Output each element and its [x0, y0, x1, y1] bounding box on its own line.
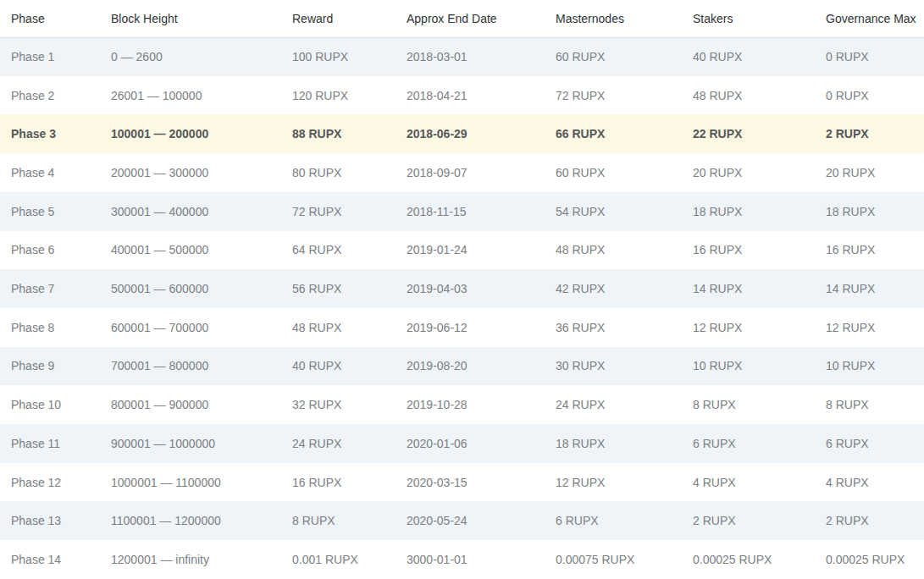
table-row: Phase 121000001 — 110000016 RUPX2020-03-… [0, 463, 924, 502]
cell-phase: Phase 1 [0, 37, 100, 76]
reward-phases-table: Phase Block Height Reward Approx End Dat… [0, 0, 924, 579]
table-row: Phase 10800001 — 90000032 RUPX2019-10-28… [0, 385, 924, 424]
cell-governance-max: 2 RUPX [815, 114, 924, 153]
table-row: Phase 226001 — 100000120 RUPX2018-04-217… [0, 76, 924, 115]
cell-stakers: 20 RUPX [682, 153, 815, 192]
cell-approx-end-date: 2019-10-28 [396, 385, 545, 424]
cell-phase: Phase 11 [0, 424, 100, 463]
cell-phase: Phase 4 [0, 153, 100, 192]
cell-reward: 40 RUPX [281, 347, 396, 386]
cell-stakers: 12 RUPX [682, 308, 815, 347]
table-row: Phase 6400001 — 50000064 RUPX2019-01-244… [0, 231, 924, 270]
cell-reward: 72 RUPX [281, 192, 396, 231]
cell-block-height: 0 — 2600 [100, 37, 281, 76]
cell-approx-end-date: 2018-11-15 [396, 192, 545, 231]
cell-block-height: 600001 — 700000 [100, 308, 281, 347]
header-row: Phase Block Height Reward Approx End Dat… [0, 0, 924, 37]
table-row: Phase 3100001 — 20000088 RUPX2018-06-296… [0, 114, 924, 153]
table-header: Phase Block Height Reward Approx End Dat… [0, 0, 924, 37]
cell-approx-end-date: 2019-08-20 [396, 347, 545, 386]
cell-masternodes: 12 RUPX [545, 463, 682, 502]
cell-governance-max: 14 RUPX [815, 269, 924, 308]
column-header-phase: Phase [0, 0, 100, 37]
cell-masternodes: 60 RUPX [545, 153, 682, 192]
cell-phase: Phase 8 [0, 308, 100, 347]
cell-approx-end-date: 2020-03-15 [396, 463, 545, 502]
cell-block-height: 700001 — 800000 [100, 347, 281, 386]
cell-phase: Phase 12 [0, 463, 100, 502]
cell-block-height: 200001 — 300000 [100, 153, 281, 192]
column-header-masternodes: Masternodes [545, 0, 682, 37]
table-body: Phase 10 — 2600100 RUPX2018-03-0160 RUPX… [0, 37, 924, 579]
cell-governance-max: 20 RUPX [815, 153, 924, 192]
table-row: Phase 7500001 — 60000056 RUPX2019-04-034… [0, 269, 924, 308]
cell-masternodes: 54 RUPX [545, 192, 682, 231]
cell-reward: 100 RUPX [281, 37, 396, 76]
cell-phase: Phase 9 [0, 347, 100, 386]
cell-block-height: 1100001 — 1200000 [100, 501, 281, 540]
cell-phase: Phase 5 [0, 192, 100, 231]
cell-masternodes: 48 RUPX [545, 231, 682, 270]
cell-masternodes: 60 RUPX [545, 37, 682, 76]
cell-stakers: 10 RUPX [682, 347, 815, 386]
column-header-approx-end-date: Approx End Date [396, 0, 545, 37]
cell-approx-end-date: 2019-06-12 [396, 308, 545, 347]
cell-reward: 16 RUPX [281, 463, 396, 502]
cell-governance-max: 0.00025 RUPX [815, 540, 924, 579]
table-row: Phase 11900001 — 100000024 RUPX2020-01-0… [0, 424, 924, 463]
cell-reward: 32 RUPX [281, 385, 396, 424]
cell-reward: 24 RUPX [281, 424, 396, 463]
cell-block-height: 500001 — 600000 [100, 269, 281, 308]
cell-stakers: 18 RUPX [682, 192, 815, 231]
cell-stakers: 6 RUPX [682, 424, 815, 463]
table-row: Phase 8600001 — 70000048 RUPX2019-06-123… [0, 308, 924, 347]
cell-approx-end-date: 2018-04-21 [396, 76, 545, 115]
cell-phase: Phase 14 [0, 540, 100, 579]
table-row: Phase 9700001 — 80000040 RUPX2019-08-203… [0, 347, 924, 386]
cell-block-height: 1200001 — infinity [100, 540, 281, 579]
cell-stakers: 16 RUPX [682, 231, 815, 270]
cell-reward: 56 RUPX [281, 269, 396, 308]
cell-stakers: 8 RUPX [682, 385, 815, 424]
table-row: Phase 5300001 — 40000072 RUPX2018-11-155… [0, 192, 924, 231]
cell-phase: Phase 10 [0, 385, 100, 424]
cell-governance-max: 16 RUPX [815, 231, 924, 270]
cell-stakers: 4 RUPX [682, 463, 815, 502]
column-header-block-height: Block Height [100, 0, 281, 37]
cell-masternodes: 6 RUPX [545, 501, 682, 540]
cell-approx-end-date: 2019-04-03 [396, 269, 545, 308]
cell-block-height: 300001 — 400000 [100, 192, 281, 231]
cell-masternodes: 0.00075 RUPX [545, 540, 682, 579]
cell-masternodes: 72 RUPX [545, 76, 682, 115]
table-row: Phase 4200001 — 30000080 RUPX2018-09-076… [0, 153, 924, 192]
cell-block-height: 900001 — 1000000 [100, 424, 281, 463]
cell-reward: 64 RUPX [281, 231, 396, 270]
cell-phase: Phase 6 [0, 231, 100, 270]
cell-reward: 80 RUPX [281, 153, 396, 192]
cell-governance-max: 0 RUPX [815, 37, 924, 76]
cell-approx-end-date: 2020-05-24 [396, 501, 545, 540]
cell-stakers: 48 RUPX [682, 76, 815, 115]
cell-governance-max: 18 RUPX [815, 192, 924, 231]
cell-reward: 8 RUPX [281, 501, 396, 540]
column-header-reward: Reward [281, 0, 396, 37]
cell-phase: Phase 7 [0, 269, 100, 308]
cell-approx-end-date: 2018-06-29 [396, 114, 545, 153]
cell-phase: Phase 3 [0, 114, 100, 153]
cell-masternodes: 66 RUPX [545, 114, 682, 153]
cell-governance-max: 4 RUPX [815, 463, 924, 502]
cell-masternodes: 18 RUPX [545, 424, 682, 463]
table-row: Phase 10 — 2600100 RUPX2018-03-0160 RUPX… [0, 37, 924, 76]
cell-stakers: 22 RUPX [682, 114, 815, 153]
cell-stakers: 14 RUPX [682, 269, 815, 308]
cell-masternodes: 42 RUPX [545, 269, 682, 308]
cell-reward: 48 RUPX [281, 308, 396, 347]
table-row: Phase 131100001 — 12000008 RUPX2020-05-2… [0, 501, 924, 540]
column-header-governance-max: Governance Max [815, 0, 924, 37]
cell-masternodes: 30 RUPX [545, 347, 682, 386]
cell-phase: Phase 2 [0, 76, 100, 115]
cell-governance-max: 6 RUPX [815, 424, 924, 463]
cell-block-height: 800001 — 900000 [100, 385, 281, 424]
cell-block-height: 400001 — 500000 [100, 231, 281, 270]
cell-masternodes: 24 RUPX [545, 385, 682, 424]
